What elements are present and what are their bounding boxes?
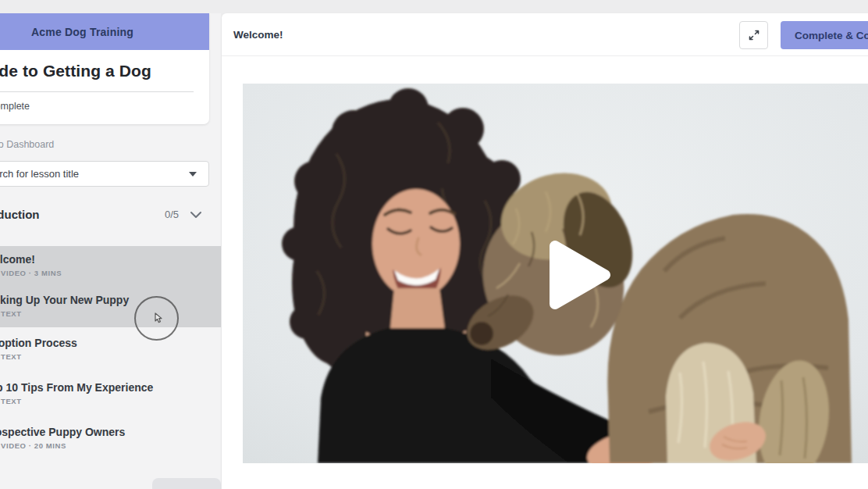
mouse-click-indicator	[134, 296, 179, 341]
expand-diagonal-icon	[748, 29, 760, 41]
lesson-meta: TEXT	[0, 352, 221, 361]
section-progress-count: 0/5	[165, 209, 179, 220]
lesson-search-placeholder: Search for lesson title	[0, 168, 189, 180]
lesson-title: Picking Up Your New Puppy	[0, 294, 221, 306]
lesson-meta: VIDEO · 20 MINS	[0, 441, 221, 450]
lesson-item[interactable]: Welcome! VIDEO · 3 MINS	[0, 246, 221, 287]
lesson-page-title: Welcome!	[233, 29, 283, 41]
course-sidebar: Acme Dog Training Guide to Getting a Dog…	[0, 13, 221, 489]
lesson-list: Welcome! VIDEO · 3 MINS Picking Up Your …	[0, 246, 221, 461]
chevron-down-icon	[190, 211, 202, 219]
lesson-item[interactable]: Top 10 Tips From My Experience TEXT	[0, 372, 221, 416]
lesson-meta: TEXT	[0, 397, 221, 405]
lesson-title: Prospective Puppy Owners	[0, 426, 221, 438]
collapsed-section-peek	[152, 478, 221, 489]
lesson-meta: TEXT	[0, 309, 221, 318]
lesson-title: Top 10 Tips From My Experience	[0, 381, 221, 394]
course-title: Guide to Getting a Dog	[0, 62, 194, 80]
lesson-title: Welcome!	[0, 253, 221, 266]
lesson-item[interactable]: Picking Up Your New Puppy TEXT	[0, 287, 221, 327]
section-header-introduction[interactable]: Introduction 0/5	[0, 187, 221, 246]
divider	[0, 91, 194, 92]
hand-cursor-icon	[149, 311, 165, 327]
back-to-dashboard-link[interactable]: Back to Dashboard	[0, 139, 221, 150]
school-header: Acme Dog Training	[0, 13, 209, 50]
video-poster	[243, 84, 868, 463]
lesson-title: Adoption Process	[0, 337, 221, 349]
school-name: Acme Dog Training	[31, 26, 133, 38]
lesson-search-dropdown[interactable]: Search for lesson title	[0, 161, 209, 187]
lesson-item[interactable]: Prospective Puppy Owners VIDEO · 20 MINS	[0, 416, 221, 461]
lesson-meta: VIDEO · 3 MINS	[0, 269, 221, 277]
course-progress-label: 0% Complete	[0, 101, 194, 112]
complete-continue-button[interactable]: Complete & Continue	[781, 21, 868, 49]
lesson-main-panel: Welcome! Complete & Continue	[222, 13, 868, 489]
caret-down-icon	[189, 172, 197, 177]
expand-video-button[interactable]	[739, 21, 768, 49]
course-header-card: Acme Dog Training Guide to Getting a Dog…	[0, 13, 209, 124]
video-player[interactable]	[243, 84, 868, 463]
section-title: Introduction	[0, 208, 39, 221]
lesson-header-bar: Welcome! Complete & Continue	[222, 13, 868, 56]
lesson-item[interactable]: Adoption Process TEXT	[0, 327, 221, 372]
